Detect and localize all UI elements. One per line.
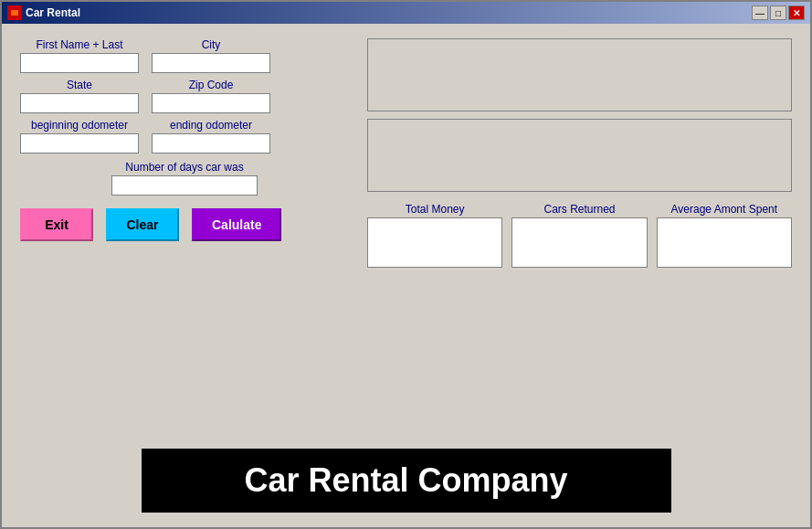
calculate-button[interactable]: Calulate: [192, 208, 281, 241]
begin-odometer-group: beginning odometer: [20, 119, 139, 153]
total-money-group: Total Money: [367, 203, 502, 268]
close-button[interactable]: ✕: [788, 5, 805, 20]
end-odometer-label: ending odometer: [170, 119, 252, 132]
main-area: First Name + Last City State Zi: [20, 38, 792, 434]
avg-spent-group: Average Amont Spent: [657, 203, 792, 268]
state-label: State: [67, 79, 92, 91]
title-bar: Car Rental — □ ✕: [2, 2, 810, 24]
avg-spent-label: Average Amont Spent: [671, 203, 778, 216]
city-input[interactable]: [152, 53, 270, 73]
zip-group: Zip Code: [152, 79, 270, 113]
days-input[interactable]: [111, 175, 258, 196]
end-odometer-group: ending odometer: [152, 119, 270, 153]
state-zip-row: State Zip Code: [20, 79, 349, 113]
cars-returned-group: Cars Returned: [511, 203, 647, 268]
first-name-label: First Name + Last: [36, 38, 122, 51]
stats-row: Total Money Cars Returned Average Amont …: [367, 203, 792, 268]
zip-label: Zip Code: [189, 79, 234, 91]
end-odometer-input[interactable]: [152, 133, 270, 153]
app-icon: [7, 5, 22, 20]
name-city-row: First Name + Last City: [20, 38, 349, 73]
city-group: City: [152, 38, 270, 73]
odometer-row: beginning odometer ending odometer: [20, 119, 349, 153]
state-input[interactable]: [20, 93, 139, 113]
city-label: City: [202, 38, 221, 51]
title-buttons: — □ ✕: [752, 5, 805, 20]
first-name-group: First Name + Last: [20, 38, 139, 73]
total-money-box: [367, 217, 502, 268]
window-title: Car Rental: [26, 6, 80, 19]
display-box-top: [367, 38, 792, 111]
right-panel: Total Money Cars Returned Average Amont …: [367, 38, 792, 434]
clear-button[interactable]: Clear: [106, 208, 179, 241]
button-row: Exit Clear Calulate: [20, 208, 349, 241]
days-label: Number of days car was: [125, 161, 243, 174]
title-bar-left: Car Rental: [7, 5, 80, 20]
state-group: State: [20, 79, 139, 113]
restore-button[interactable]: □: [770, 5, 786, 20]
avg-spent-box: [657, 217, 792, 268]
company-banner: Car Rental Company: [142, 449, 671, 513]
begin-odometer-input[interactable]: [20, 133, 139, 153]
exit-button[interactable]: Exit: [20, 208, 93, 241]
banner-area: Car Rental Company: [20, 449, 792, 513]
zip-input[interactable]: [152, 93, 270, 113]
first-name-input[interactable]: [20, 53, 139, 73]
cars-returned-box: [511, 217, 647, 268]
begin-odometer-label: beginning odometer: [31, 119, 128, 132]
display-box-bottom: [367, 119, 792, 192]
minimize-button[interactable]: —: [752, 5, 768, 20]
left-panel: First Name + Last City State Zi: [20, 38, 349, 434]
main-window: Car Rental — □ ✕ First Name + Last City: [0, 0, 812, 529]
total-money-label: Total Money: [406, 203, 465, 216]
content-area: First Name + Last City State Zi: [2, 24, 810, 527]
days-group: Number of days car was: [20, 161, 349, 196]
cars-returned-label: Cars Returned: [543, 203, 615, 216]
